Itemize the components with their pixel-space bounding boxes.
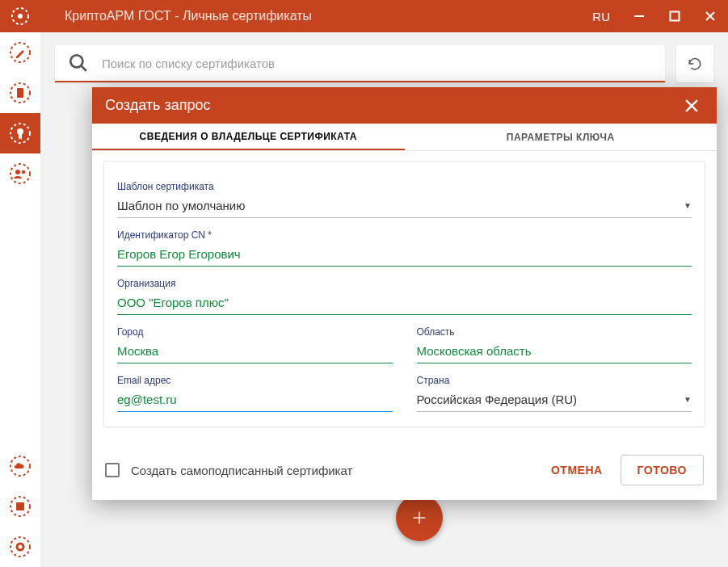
window-minimize-button[interactable] [621,0,657,32]
city-label: Город [117,326,393,338]
sidebar-item-reports[interactable] [0,486,40,527]
sidebar-item-cloud[interactable] [0,446,40,486]
tab-owner-info[interactable]: СВЕДЕНИЯ О ВЛАДЕЛЬЦЕ СЕРТИФИКАТА [92,124,405,150]
country-label: Страна [417,375,692,386]
svg-point-11 [11,164,30,183]
dialog-header: Создать запрос [92,87,717,124]
main-content: Создать запрос СВЕДЕНИЯ О ВЛАДЕЛЬЦЕ СЕРТ… [40,32,728,567]
svg-point-12 [15,170,20,174]
template-value: Шаблон по умолчанию [117,199,684,212]
email-label: Email адрес [117,375,393,386]
tab-key-params[interactable]: ПАРАМЕТРЫ КЛЮЧА [405,124,717,150]
chevron-down-icon: ▼ [684,395,692,404]
city-input[interactable] [117,341,393,363]
window-maximize-button[interactable] [657,0,692,32]
dialog-tabs: СВЕДЕНИЯ О ВЛАДЕЛЬЦЕ СЕРТИФИКАТА ПАРАМЕТ… [92,124,717,151]
email-field: Email адрес [117,375,393,412]
dialog-body: Шаблон сертификата Шаблон по умолчанию ▼… [92,151,717,443]
region-input[interactable] [417,341,692,363]
template-select[interactable]: Шаблон по умолчанию ▼ [117,195,692,218]
svg-point-1 [18,14,23,19]
dialog-footer: Создать самоподписанный сертификат ОТМЕН… [92,443,717,500]
template-field: Шаблон сертификата Шаблон по умолчанию ▼ [117,181,692,218]
sidebar-item-documents[interactable] [0,73,40,113]
dialog-title: Создать запрос [105,97,210,114]
title-bar: КриптоАРМ ГОСТ - Личные сертификаты RU [0,0,728,32]
close-icon [685,99,698,112]
sidebar-item-contacts[interactable] [0,153,40,194]
org-field: Организация [117,278,692,315]
app-window: КриптоАРМ ГОСТ - Личные сертификаты RU [0,0,728,567]
svg-point-13 [22,170,26,174]
svg-point-10 [17,128,23,135]
selfsigned-checkbox[interactable] [105,463,120,477]
org-input[interactable] [117,292,692,315]
sidebar-item-settings[interactable] [0,527,40,567]
template-label: Шаблон сертификата [117,181,692,192]
chevron-down-icon: ▼ [684,201,692,210]
region-label: Область [417,326,692,338]
svg-rect-3 [671,12,680,21]
done-button[interactable]: ГОТОВО [621,455,704,485]
language-switch[interactable]: RU [581,10,621,23]
cn-input[interactable] [117,244,692,267]
window-close-button[interactable] [692,0,728,32]
svg-rect-8 [17,88,23,98]
country-select[interactable]: Российская Федерация (RU) ▼ [417,389,692,412]
svg-point-18 [17,544,23,550]
email-input[interactable] [117,389,393,412]
cn-field: Идентификатор CN * [117,229,692,267]
country-field: Страна Российская Федерация (RU) ▼ [417,375,692,412]
country-value: Российская Федерация (RU) [417,393,684,406]
dialog-close-button[interactable] [680,94,704,118]
window-title: КриптоАРМ ГОСТ - Личные сертификаты [40,9,581,23]
svg-rect-16 [16,502,24,510]
cn-label: Идентификатор CN * [117,229,692,241]
app-logo-icon [0,0,40,32]
owner-info-card: Шаблон сертификата Шаблон по умолчанию ▼… [103,161,705,427]
selfsigned-label: Создать самоподписанный сертификат [131,464,352,477]
create-request-dialog: Создать запрос СВЕДЕНИЯ О ВЛАДЕЛЬЦЕ СЕРТ… [92,87,717,500]
sidebar-item-sign[interactable] [0,32,40,73]
svg-point-17 [11,537,30,556]
app-body: Создать запрос СВЕДЕНИЯ О ВЛАДЕЛЬЦЕ СЕРТ… [0,32,728,567]
sidebar [0,32,40,567]
org-label: Организация [117,278,692,289]
city-field: Город [117,326,393,363]
sidebar-item-certificates[interactable] [0,113,40,153]
cancel-button[interactable]: ОТМЕНА [546,457,608,483]
region-field: Область [417,326,692,363]
